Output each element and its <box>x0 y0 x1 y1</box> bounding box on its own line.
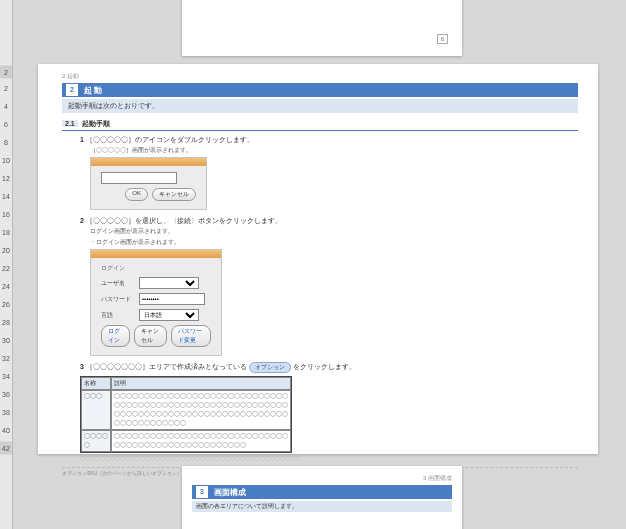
page-canvas[interactable]: 6 2 起動 2 起動 起動手順は次のとおりです。 2.1 起動手順 1 ［〇 <box>12 0 626 529</box>
chapter-number: 3 <box>196 486 208 498</box>
table-header-desc: 説明 <box>111 377 291 390</box>
layout-workspace: 2 2 4 6 8 10 12 14 16 18 20 22 24 26 28 … <box>0 0 626 529</box>
page-current[interactable]: 2 起動 2 起動 起動手順は次のとおりです。 2.1 起動手順 1 ［〇〇〇〇… <box>38 64 598 454</box>
running-header: 2 起動 <box>62 72 578 81</box>
ruler-tick: 2 <box>0 66 12 79</box>
step-3: 3 ［〇〇〇〇〇〇〇］エリアで作成済みとなっている オプション をクリックします… <box>80 362 578 461</box>
chapter-intro: 起動手順は次のとおりです。 <box>62 99 578 113</box>
sample-input <box>101 172 177 184</box>
pwchange-button: パスワード変更 <box>171 325 211 347</box>
chapter-title: 起動 <box>84 85 104 96</box>
chapter-number: 2 <box>66 84 78 96</box>
step-1: 1 ［〇〇〇〇〇］のアイコンをダブルクリックします。 ［〇〇〇〇〇］画面が表示さ… <box>80 135 578 210</box>
table-header-name: 名称 <box>81 377 111 390</box>
login-button: ログイン <box>101 325 130 347</box>
password-input <box>139 293 205 305</box>
page-number: 6 <box>437 34 448 44</box>
chapter-intro: 画面の各エリアについて説明します。 <box>192 501 452 512</box>
step-2: 2 ［〇〇〇〇〇］を選択し、〈接続〉ボタンをクリックします。 ログイン画面が表示… <box>80 216 578 356</box>
chapter-banner: 2 起動 <box>62 83 578 97</box>
username-select <box>139 277 199 289</box>
cancel-button: キャンセル <box>134 325 167 347</box>
section-number: 2.1 <box>62 120 78 127</box>
section-heading: 2.1 起動手順 <box>62 119 578 131</box>
language-select: 日本語 <box>139 309 199 321</box>
running-header: 3 画面構成 <box>192 474 452 483</box>
page-next[interactable]: 3 画面構成 3 画面構成 画面の各エリアについて説明します。 <box>182 466 462 529</box>
chapter-title: 画面構成 <box>214 487 246 498</box>
screenshot-1: OK キャンセル <box>90 157 207 210</box>
option-tag: オプション <box>249 362 291 373</box>
section-title: 起動手順 <box>82 119 110 129</box>
cancel-button: キャンセル <box>152 188 196 201</box>
page-previous[interactable]: 6 <box>182 0 462 56</box>
screenshot-login: ログイン ユーザ名 パスワード 言語日本語 ログイン キャンセル パスワード変更 <box>90 249 222 356</box>
reference-table: 名称 説明 〇〇〇 〇〇〇〇〇〇〇〇〇〇〇〇〇〇〇〇〇〇〇〇〇〇〇〇〇〇〇〇〇〇… <box>80 376 292 453</box>
ok-button: OK <box>125 188 148 201</box>
